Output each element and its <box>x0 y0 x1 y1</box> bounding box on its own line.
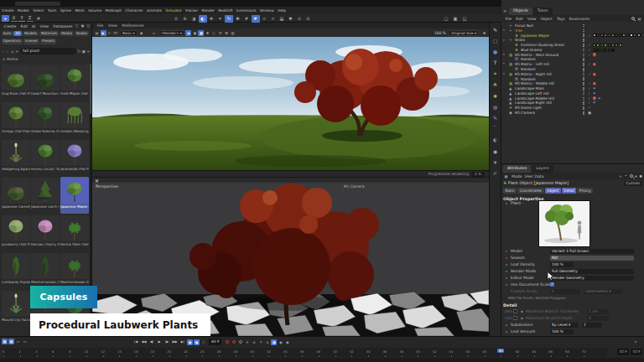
grid-snap-icon[interactable]: # <box>242 15 251 23</box>
viewport-menu-icon[interactable]: ▦ <box>94 178 100 184</box>
asset-plant-mediterranean-cypres[interactable]: Mediterranean Cypres... <box>31 252 60 289</box>
workplane-gear-icon[interactable]: ✱ <box>287 15 295 23</box>
ruler-tick[interactable]: 12 <box>101 349 105 354</box>
view-dropdown[interactable]: <Render> ▾ <box>158 30 184 36</box>
mode-icon[interactable]: ▦ <box>503 173 509 179</box>
asset-plant-japanese-larch-fall-pl[interactable]: Japanese Larch (Fall, Pl... <box>31 177 60 214</box>
next-key-button[interactable]: ▶▶ <box>171 339 179 345</box>
ruler-tick[interactable]: 62 <box>516 349 520 354</box>
asset-tab-presets[interactable]: Presets <box>40 39 57 44</box>
ruler-tick[interactable]: 34 <box>283 349 288 354</box>
tab-layers[interactable]: Layers <box>532 165 553 173</box>
asset-menu-create[interactable]: Create <box>2 24 18 28</box>
field-icon[interactable]: ◍ <box>491 102 501 111</box>
ruler-tick[interactable]: 66 <box>548 349 553 354</box>
visibility-dots[interactable] <box>583 24 584 26</box>
goto-start-button[interactable]: |◀ <box>132 339 139 345</box>
rig-icon[interactable]: ✦ <box>216 15 225 23</box>
asset-tab-models[interactable]: Models <box>23 31 39 37</box>
om-menu-view[interactable]: View <box>525 17 538 21</box>
mode-menu[interactable]: Mode <box>512 174 522 178</box>
plant-preview-image[interactable] <box>538 200 590 247</box>
sound-icon[interactable]: ♪ <box>200 339 206 345</box>
asset-plant-honey-locust-sunbur[interactable]: Honey Locust 'Sunbur... <box>31 139 60 176</box>
anim-dot[interactable] <box>506 271 508 273</box>
ruler-tick[interactable]: 50 <box>416 349 420 354</box>
asset-tab-materials[interactable]: Materials <box>39 31 60 37</box>
ruler-tick[interactable]: 64 <box>532 349 536 354</box>
filter-icon[interactable]: ▤ <box>636 16 642 22</box>
ruler-tick[interactable]: 14 <box>117 349 122 354</box>
asset-plant-hedgehog-agave-fall[interactable]: Hedgehog Agave (Fall... <box>2 139 30 176</box>
gear-icon[interactable]: ✱ <box>481 30 487 36</box>
menu-redshift[interactable]: Redshift <box>216 7 235 14</box>
asset-plant-mound-lily-yucca-fall[interactable]: Mound Lily Yucca (Fall... <box>2 290 30 327</box>
input-subdivision[interactable]: 1 <box>582 323 602 328</box>
perspective-viewport[interactable]: ▦ Perspective RS Camera Place⌖ <box>92 178 489 336</box>
playhead-marker[interactable]: 60 <box>497 349 504 353</box>
autokey-button[interactable] <box>232 340 236 344</box>
key-mode-icon[interactable]: ▦ <box>8 339 14 344</box>
asset-plant-juneberry-fall-plant[interactable]: Juneberry (Fall Plant) <box>2 215 30 251</box>
menu-window[interactable]: Window <box>258 7 276 14</box>
menu-icon[interactable]: ≡ <box>86 49 91 54</box>
visibility-dots[interactable] <box>583 29 584 31</box>
ruler-tick[interactable]: 2 <box>19 349 21 354</box>
asset-plant-japanese-camellia-fal[interactable]: Japanese Camellia (Fal... <box>2 177 30 214</box>
menu-animate[interactable]: Animate <box>145 7 164 14</box>
layout-c-icon[interactable]: ◱ <box>460 15 469 23</box>
ruler-tick[interactable]: 6 <box>52 349 54 354</box>
visibility-dots[interactable] <box>583 101 584 103</box>
material-swatch[interactable] <box>604 49 607 52</box>
om-menu-edit[interactable]: Edit <box>514 17 526 21</box>
text-tool-icon[interactable]: T <box>491 59 501 67</box>
ruler-tick[interactable]: 48 <box>399 349 403 354</box>
axis-lock-z[interactable]: Z <box>27 15 34 22</box>
record-position-icon[interactable]: ✛ <box>244 339 250 345</box>
material-swatch[interactable] <box>626 34 630 37</box>
ruler-tick[interactable]: 18 <box>151 349 155 354</box>
deformer-icon[interactable]: ⌒ <box>491 125 501 133</box>
menu-spline[interactable]: Spline <box>59 7 74 14</box>
goto-end-button[interactable]: ▶| <box>179 339 186 345</box>
material-swatch[interactable] <box>615 44 618 47</box>
menu-modes[interactable]: Modes <box>16 7 31 14</box>
visibility-dots[interactable] <box>583 58 584 59</box>
checker-icon[interactable]: ▦ <box>198 30 204 36</box>
keyframe-dot[interactable] <box>506 251 508 253</box>
ruler-tick[interactable]: 20 <box>167 349 171 354</box>
ruler-tick[interactable]: 16 <box>134 349 138 354</box>
visibility-dots[interactable] <box>583 92 584 94</box>
particles-icon[interactable]: ✶ <box>491 70 501 78</box>
spline-pen-icon[interactable]: ✎ <box>491 114 501 122</box>
expand-icon[interactable]: ◱ <box>86 23 91 28</box>
quantize-y-icon[interactable]: ▫ <box>269 15 278 23</box>
visibility-dots[interactable] <box>583 111 584 113</box>
ruler-tick[interactable]: 4 <box>35 349 37 354</box>
ruler-tick[interactable]: 42 <box>350 349 354 354</box>
asset-plant-kentia-palm-fall-plant[interactable]: Kentia Palm (Fall Plant) <box>60 215 89 251</box>
rt-toggle[interactable]: RT <box>113 30 119 36</box>
menu-create[interactable]: Create <box>0 7 16 14</box>
custom-button[interactable]: Custom <box>624 181 642 186</box>
denoise-icon[interactable]: ✱ <box>205 30 210 36</box>
volume-icon[interactable]: ◐ <box>491 136 501 144</box>
lut-icon[interactable]: ○ <box>210 30 216 36</box>
input-season[interactable]: Fall <box>550 256 634 261</box>
visibility-dots[interactable] <box>583 77 584 79</box>
snap-add-icon[interactable]: ⊕ <box>181 15 190 23</box>
range-end-field[interactable]: 72 F <box>631 349 642 355</box>
modeling-axis-icon[interactable]: # <box>34 15 43 23</box>
render-menu-view[interactable]: View <box>106 23 119 28</box>
solo-b-icon[interactable]: ◉ <box>284 339 290 345</box>
axis-tool-icon[interactable]: ✥ <box>207 15 216 23</box>
grid-icon[interactable]: ▦ <box>192 30 198 36</box>
prev-frame-button[interactable]: ◀| <box>148 339 155 345</box>
attr-tab-phong[interactable]: Phong <box>577 188 592 194</box>
visibility-dots[interactable] <box>583 87 584 89</box>
range-mode-icon[interactable]: ▭ <box>22 339 28 344</box>
ping-pong-icon[interactable]: ▣ <box>194 339 200 345</box>
zoom-level[interactable]: 100 % <box>434 31 447 35</box>
tab-takes[interactable]: Takes <box>533 8 553 15</box>
material-swatch[interactable] <box>593 49 596 52</box>
